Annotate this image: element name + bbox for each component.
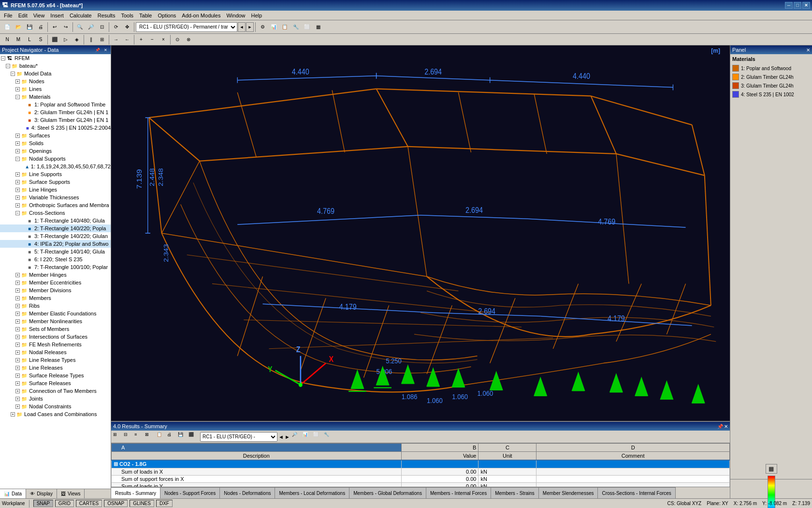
tb2-9[interactable]: ⊞ — [97, 34, 107, 45]
tree-node-ribs[interactable]: + 📁 Ribs — [0, 302, 111, 310]
tree-node-cs7[interactable]: ■ 7: T-Rectangle 100/100; Poplar — [0, 263, 111, 271]
tb-btn-5[interactable]: ⬜ — [302, 22, 312, 32]
tree-node-cs2[interactable]: ■ 2: T-Rectangle 140/220; Popla — [0, 224, 111, 232]
rtab-members-strains[interactable]: Members - Strains — [491, 487, 539, 498]
tb2-16[interactable]: ⊗ — [183, 34, 194, 45]
expand-nodal-supports[interactable]: − — [15, 157, 20, 161]
tree-node-lines[interactable]: + 📁 Lines — [0, 85, 111, 93]
results-tb-5[interactable]: 📋 — [157, 432, 166, 442]
expand-model-data[interactable]: − — [11, 72, 15, 76]
expand-bateau[interactable]: − — [6, 64, 10, 68]
tree-node-openings[interactable]: + 📁 Openings — [0, 147, 111, 155]
expand-nodes[interactable]: + — [15, 79, 20, 84]
tb-rotate[interactable]: ⟳ — [111, 22, 121, 32]
tree-node-mat2[interactable]: ■ 2: Glulam Timber GL24h | EN 1 — [0, 108, 111, 116]
results-close-btn[interactable]: ✕ — [724, 424, 728, 429]
results-nav-prev[interactable]: ◄ — [278, 434, 284, 440]
menu-help[interactable]: Help — [248, 12, 265, 19]
tb2-10[interactable]: → — [111, 34, 121, 45]
expand-ribs[interactable]: + — [15, 304, 20, 308]
table-row-sumy[interactable]: Sum of loads in Y 0.00 kN — [112, 483, 730, 487]
tb2-5[interactable]: ⬛ — [49, 34, 60, 45]
tb2-1[interactable]: N — [2, 34, 13, 45]
results-pin-btn[interactable]: 📌 — [717, 424, 723, 429]
tree-node-cs1[interactable]: ■ 1: T-Rectangle 140/480; Glula — [0, 217, 111, 224]
results-tb-1[interactable]: ⊞ — [113, 432, 123, 442]
tb-zoom-in[interactable]: 🔍 — [74, 22, 85, 32]
rpanel-close-btn[interactable]: ✕ — [806, 47, 810, 53]
tree-node-ns1[interactable]: ▲ 1: 1,6,19,24,28,30,45,50,67,68,72 — [0, 163, 111, 170]
tree-node-orthotropic[interactable]: + 📁 Orthotropic Surfaces and Membra — [0, 201, 111, 209]
glines-btn[interactable]: GLINES — [130, 500, 154, 507]
table-row-sumx[interactable]: Sum of loads in X 0.00 kN — [112, 468, 730, 476]
expand-variable-thicknesses[interactable]: + — [15, 195, 20, 200]
results-tb-8[interactable]: ⬛ — [188, 432, 198, 442]
rtab-members-global[interactable]: Members - Global Deformations — [349, 487, 426, 498]
tree-node-mat3[interactable]: ■ 3: Glulam Timber GL24h | EN 1 — [0, 116, 111, 124]
tree-node-surface-releases[interactable]: + 📁 Surface Releases — [0, 379, 111, 387]
menu-edit[interactable]: Edit — [15, 12, 30, 19]
tb-open[interactable]: 📂 — [13, 22, 24, 32]
rtab-members-internal[interactable]: Members - Internal Forces — [426, 487, 491, 498]
tb-redo[interactable]: ↪ — [60, 22, 71, 32]
tree-node-nodal-releases[interactable]: + 📁 Nodal Releases — [0, 348, 111, 356]
menu-view[interactable]: View — [30, 12, 48, 19]
tree-node-member-elastic[interactable]: + 📁 Member Elastic Foundations — [0, 310, 111, 317]
tree-node-line-release-types[interactable]: + 📁 Line Release Types — [0, 356, 111, 364]
tb2-4[interactable]: S — [35, 34, 46, 45]
expand-lines[interactable]: + — [15, 87, 20, 91]
tb-undo[interactable]: ↩ — [49, 22, 60, 32]
expand-surfaces[interactable]: + — [15, 134, 20, 138]
tb2-6[interactable]: ▷ — [60, 34, 71, 45]
tree-node-intersections[interactable]: + 📁 Intersections of Surfaces — [0, 333, 111, 341]
tree-node-member-eccentricities[interactable]: + 📁 Member Eccentricities — [0, 279, 111, 286]
table-row-co2[interactable]: ⊞ CO2 - 1.8G — [112, 460, 730, 468]
tree-node-cs4[interactable]: ■ 4: IPEa 220; Poplar and Softwo — [0, 240, 111, 248]
tb-zoom-out[interactable]: 🔎 — [86, 22, 96, 32]
rtab-nodes-deform[interactable]: Nodes - Deformations — [220, 487, 275, 498]
snap-btn[interactable]: SNAP — [33, 500, 53, 507]
expand-line-release-types[interactable]: + — [15, 358, 20, 362]
tb2-13[interactable]: − — [147, 34, 158, 45]
tb2-7[interactable]: ◈ — [72, 34, 82, 45]
menu-tools[interactable]: Tools — [118, 12, 136, 19]
cartes-btn[interactable]: CARTES — [76, 500, 102, 507]
expand-member-nonlinear[interactable]: + — [15, 319, 20, 324]
expand-sets-of-members[interactable]: + — [15, 327, 20, 331]
restore-button[interactable]: □ — [794, 2, 801, 9]
expand-member-hinges[interactable]: + — [15, 273, 20, 277]
tb2-14[interactable]: × — [158, 34, 169, 45]
tab-views[interactable]: 🖼 Views — [57, 489, 85, 498]
tree-node-surface-supports[interactable]: + 📁 Surface Supports — [0, 178, 111, 186]
expand-openings[interactable]: + — [15, 149, 20, 153]
tree-node-member-hinges[interactable]: + 📁 Member Hinges — [0, 271, 111, 279]
results-tb-12[interactable]: 🔧 — [324, 432, 334, 442]
tree-node-line-supports[interactable]: + 📁 Line Supports — [0, 170, 111, 178]
menu-window[interactable]: Window — [223, 12, 248, 19]
tree-node-cs5[interactable]: ■ 5: T-Rectangle 140/140; Glula — [0, 248, 111, 255]
tb-btn-1[interactable]: ⚙ — [257, 22, 268, 32]
results-tb-2[interactable]: ⊟ — [124, 432, 133, 442]
dxf-btn[interactable]: DXF — [156, 500, 173, 507]
load-case-combo[interactable]: RC1 - ELU (STR/GEO) - Permanent / trar — [136, 22, 237, 32]
expand-member-eccentricities[interactable]: + — [15, 281, 20, 285]
tree-node-member-divisions[interactable]: + 📁 Member Divisions — [0, 286, 111, 294]
results-tb-7[interactable]: 💾 — [178, 432, 188, 442]
expand-cross-sections[interactable]: − — [15, 211, 20, 215]
tb2-11[interactable]: ← — [122, 34, 132, 45]
expand-materials[interactable]: − — [15, 95, 20, 99]
tree-node-surface-release-types[interactable]: + 📁 Surface Release Types — [0, 372, 111, 379]
results-nav-next[interactable]: ► — [285, 434, 290, 440]
viewport[interactable]: 4.440 2.694 4.440 4.769 2.694 — [111, 45, 730, 421]
panel-close[interactable]: ✕ — [102, 46, 109, 53]
tb-btn-4[interactable]: 🔧 — [290, 22, 301, 32]
tree-node-nodal-constraints[interactable]: + 📁 Nodal Constraints — [0, 403, 111, 410]
tree-node-member-nonlinear[interactable]: + 📁 Member Nonlinearities — [0, 317, 111, 325]
results-tb-11[interactable]: ⬜ — [313, 432, 323, 442]
grid-btn[interactable]: GRID — [55, 500, 74, 507]
expand-surface-supports[interactable]: + — [15, 180, 20, 184]
results-tb-6[interactable]: 🖨 — [167, 432, 177, 442]
tree-node-mat1[interactable]: ■ 1: Poplar and Softwood Timbe — [0, 101, 111, 108]
panel-pin[interactable]: 📌 — [94, 46, 101, 53]
tree-node-load-cases[interactable]: + 📁 Load Cases and Combinations — [0, 410, 111, 418]
